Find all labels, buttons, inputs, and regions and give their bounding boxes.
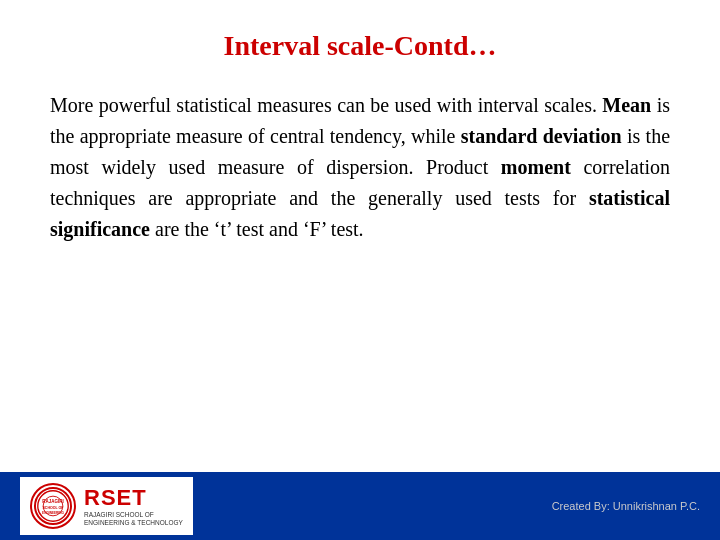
body-text-std-dev: standard deviation bbox=[461, 125, 622, 147]
logo-emblem: RAJAGIRI SCHOOL OF ENGINEERING bbox=[34, 487, 72, 525]
footer-logo-area: RAJAGIRI SCHOOL OF ENGINEERING RSET RAJA… bbox=[20, 477, 193, 535]
logo-rset-text: RSET bbox=[84, 485, 183, 511]
body-text-mean: Mean bbox=[602, 94, 651, 116]
body-text-1: More powerful statistical measures can b… bbox=[50, 94, 437, 116]
slide-body: More powerful statistical measures can b… bbox=[50, 90, 670, 245]
logo-circle: RAJAGIRI SCHOOL OF ENGINEERING bbox=[30, 483, 76, 529]
logo-subtitle-1: RAJAGIRI SCHOOL OF bbox=[84, 511, 183, 519]
body-text-6: are the ‘t’ test and ‘F’ test. bbox=[150, 218, 364, 240]
slide-title: Interval scale-Contd… bbox=[50, 30, 670, 62]
footer-credit: Created By: Unnikrishnan P.C. bbox=[552, 500, 700, 512]
slide-content: Interval scale-Contd… More powerful stat… bbox=[0, 0, 720, 472]
body-text-2: interval scales. bbox=[472, 94, 602, 116]
body-text-with: with bbox=[437, 94, 473, 116]
svg-text:SCHOOL OF: SCHOOL OF bbox=[42, 506, 64, 510]
body-text-moment: moment bbox=[488, 156, 571, 178]
body-text-product: Product bbox=[426, 156, 488, 178]
svg-text:ENGINEERING: ENGINEERING bbox=[42, 511, 64, 515]
slide: Interval scale-Contd… More powerful stat… bbox=[0, 0, 720, 540]
slide-footer: RAJAGIRI SCHOOL OF ENGINEERING RSET RAJA… bbox=[0, 472, 720, 540]
svg-text:RAJAGIRI: RAJAGIRI bbox=[42, 499, 63, 504]
logo-text-area: RSET RAJAGIRI SCHOOL OF ENGINEERING & TE… bbox=[84, 485, 183, 528]
logo-subtitle-2: ENGINEERING & TECHNOLOGY bbox=[84, 519, 183, 527]
